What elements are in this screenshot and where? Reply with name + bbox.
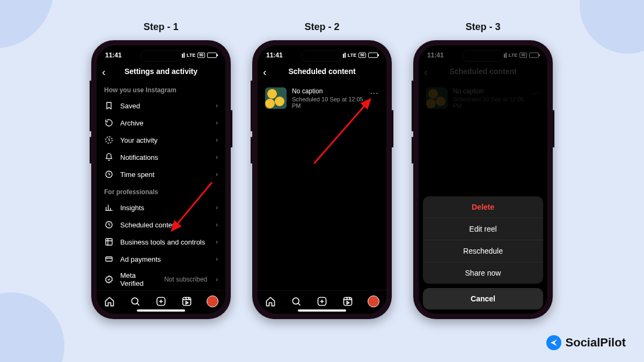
more-options-icon[interactable]: ⋯ [370, 87, 379, 98]
battery-pct: 90 [197, 53, 205, 58]
row-notifications[interactable]: Notifications › [97, 149, 225, 166]
clock-icon [104, 169, 114, 179]
grid-icon [104, 237, 114, 247]
svg-point-5 [131, 298, 138, 304]
row-label: Insights [120, 204, 209, 212]
status-time: 11:41 [266, 51, 283, 59]
row-label: Notifications [120, 153, 209, 161]
brand-name: SocialPilot [566, 336, 626, 350]
row-label: Time spent [120, 171, 209, 179]
chevron-right-icon: › [216, 119, 218, 127]
cancel-button[interactable]: Cancel [423, 288, 543, 309]
search-icon[interactable] [290, 295, 302, 307]
phone-step1: 11:41 LTE 90 ‹ Settings and activity How… [91, 40, 231, 319]
create-icon[interactable] [316, 295, 328, 307]
verified-icon [104, 275, 114, 284]
step2-label: Step - 2 [304, 21, 339, 33]
chevron-right-icon: › [216, 276, 218, 283]
svg-rect-7 [183, 297, 191, 305]
action-sheet: Delete Edit reel Reschedule Share now Ca… [423, 196, 543, 309]
row-archive[interactable]: Archive › [97, 114, 225, 131]
profile-avatar[interactable] [368, 295, 379, 307]
row-insights[interactable]: Insights › [97, 199, 225, 216]
post-caption: No caption [292, 87, 364, 95]
create-icon[interactable] [155, 295, 167, 307]
brand-logo: SocialPilot [546, 335, 626, 350]
chevron-right-icon: › [216, 204, 218, 211]
carrier-label: LTE [187, 53, 195, 58]
row-label: Scheduled content [120, 221, 209, 229]
row-saved[interactable]: Saved › [97, 97, 225, 114]
row-ad-payments[interactable]: Ad payments › [97, 250, 225, 268]
row-time-spent[interactable]: Time spent › [97, 166, 225, 183]
status-time: 11:41 [105, 51, 122, 59]
archive-icon [104, 118, 114, 128]
reschedule-button[interactable]: Reschedule [423, 240, 543, 262]
bell-icon [104, 152, 114, 162]
card-icon [104, 254, 114, 264]
activity-icon [104, 135, 114, 145]
insights-icon [104, 203, 114, 212]
row-label: Ad payments [120, 255, 209, 263]
scheduled-item[interactable]: No caption Scheduled 10 Sep at 12:05 PM … [258, 81, 386, 115]
row-sublabel: Not subscribed [164, 276, 207, 283]
row-label: Saved [120, 102, 209, 110]
row-business-tools[interactable]: Business tools and controls › [97, 233, 225, 250]
step3-label: Step - 3 [465, 21, 500, 33]
svg-rect-4 [106, 257, 112, 261]
profile-avatar[interactable] [207, 295, 218, 307]
phone-step2: 11:41 LTE 90 ‹ Scheduled content [252, 40, 392, 319]
socialpilot-icon [546, 335, 561, 350]
section-how-you-use: How you use Instagram [97, 81, 225, 97]
chevron-right-icon: › [216, 221, 218, 228]
chevron-right-icon: › [216, 171, 218, 178]
reels-icon[interactable] [181, 295, 193, 307]
chevron-right-icon: › [216, 102, 218, 109]
clock-icon [104, 220, 114, 230]
row-label: Archive [120, 119, 209, 127]
reels-icon[interactable] [342, 295, 354, 307]
svg-rect-11 [344, 297, 352, 305]
share-now-button[interactable]: Share now [423, 262, 543, 284]
back-icon[interactable]: ‹ [263, 66, 267, 78]
delete-button[interactable]: Delete [423, 196, 543, 218]
chevron-right-icon: › [216, 255, 218, 263]
back-icon[interactable]: ‹ [102, 66, 106, 78]
row-label: Business tools and controls [120, 238, 209, 246]
row-your-activity[interactable]: Your activity › [97, 131, 225, 149]
svg-point-9 [292, 298, 299, 304]
section-professionals: For professionals [97, 183, 225, 199]
battery-pct: 90 [358, 53, 366, 58]
search-icon[interactable] [129, 295, 141, 307]
chevron-right-icon: › [216, 136, 218, 144]
row-scheduled-content[interactable]: Scheduled content › [97, 216, 225, 233]
post-thumbnail [265, 87, 287, 109]
page-title: Scheduled content [288, 67, 355, 76]
chevron-right-icon: › [216, 238, 218, 246]
row-meta-verified[interactable]: Meta Verified Not subscribed › [97, 268, 225, 290]
edit-reel-button[interactable]: Edit reel [423, 218, 543, 240]
row-label: Your activity [120, 136, 209, 144]
page-title: Settings and activity [125, 67, 197, 76]
svg-rect-3 [106, 239, 112, 245]
bookmark-icon [104, 101, 114, 110]
post-schedule-time: Scheduled 10 Sep at 12:05 PM [292, 96, 364, 109]
step1-label: Step - 1 [143, 21, 178, 33]
battery-icon [207, 53, 217, 58]
row-label: Meta Verified [120, 271, 158, 287]
home-icon[interactable] [104, 295, 115, 307]
carrier-label: LTE [348, 53, 356, 58]
home-icon[interactable] [265, 295, 276, 307]
battery-icon [368, 53, 378, 58]
phone-step3: 11:41 LTE 90 ‹ Scheduled content [413, 40, 553, 319]
chevron-right-icon: › [216, 153, 218, 161]
